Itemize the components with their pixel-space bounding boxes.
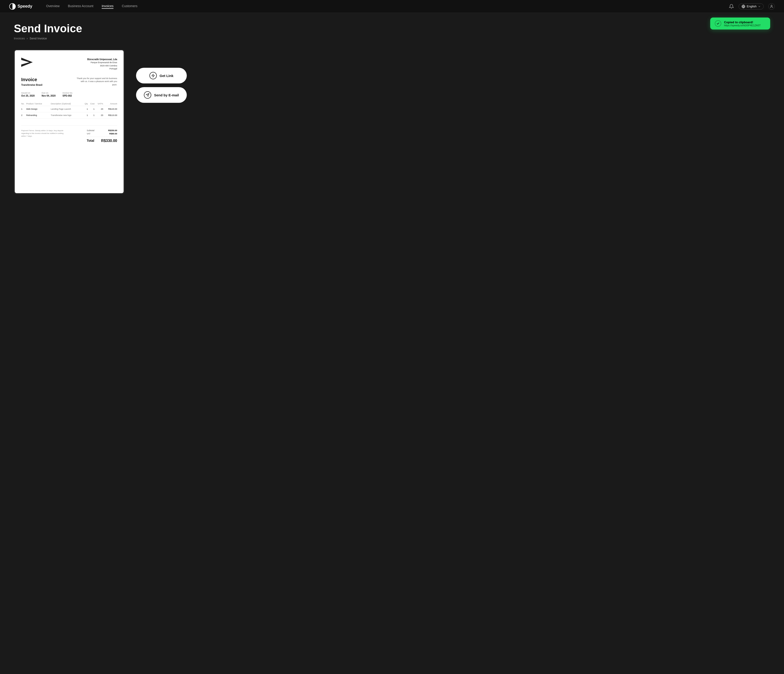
row-amount: R$110.00 bbox=[103, 112, 117, 118]
invoice-thank-you: Thank you for your support and do busine… bbox=[76, 77, 117, 87]
row-qty: 1 bbox=[83, 112, 88, 118]
invoice-title-block: Invoice Transferwise Brasil bbox=[21, 77, 42, 86]
company-name: Bürocratik Unipessoal, Lda bbox=[87, 57, 117, 61]
col-amount: Amount bbox=[103, 102, 117, 106]
col-qty: Qty bbox=[83, 102, 88, 106]
row-no: 1 bbox=[21, 106, 26, 112]
invoice-number: Invoice No. SPD-002 bbox=[62, 92, 73, 97]
invoice-logo bbox=[21, 57, 33, 67]
vat-row: VAT R$80.00 bbox=[87, 132, 117, 135]
invoice-no-label: Invoice No. bbox=[62, 92, 73, 94]
send-email-button[interactable]: Send by E-mail bbox=[136, 87, 187, 103]
app-name: Speedy bbox=[17, 4, 32, 9]
nav-invoices[interactable]: Invoices bbox=[102, 4, 114, 9]
total-value: R$330.00 bbox=[101, 139, 117, 143]
toast-notification: Copied to clipboard! https://speedy.io/h… bbox=[710, 17, 770, 30]
vat-label: VAT bbox=[87, 132, 90, 135]
company-country: Portugal bbox=[87, 67, 117, 70]
issued-date: Oct 25, 2020 bbox=[21, 95, 34, 97]
total-label: Total bbox=[87, 139, 94, 143]
lightning-icon bbox=[149, 72, 157, 79]
bell-icon[interactable] bbox=[729, 4, 734, 9]
col-vat: VAT% bbox=[95, 102, 103, 106]
nav-links: Overview Business Account Invoices Custo… bbox=[46, 4, 720, 9]
subtotal-label: Subtotal bbox=[87, 129, 94, 132]
row-vat: 23 bbox=[95, 112, 103, 118]
col-product: Product / Service bbox=[26, 102, 51, 106]
col-desc: Description (Optional) bbox=[51, 102, 83, 106]
page-title: Send Invoice bbox=[14, 22, 770, 35]
toast-title: Copied to clipboard! bbox=[724, 20, 761, 24]
send-email-label: Send by E-mail bbox=[154, 93, 179, 97]
invoice-table: No. Product / Service Description (Optio… bbox=[21, 102, 117, 118]
table-row: 1 Web Design Landing Page Launch 1 1 23 … bbox=[21, 106, 117, 112]
invoice-header: Bürocratik Unipessoal, Lda Parque Empres… bbox=[21, 57, 117, 70]
invoice-title-row: Invoice Transferwise Brasil Thank you fo… bbox=[21, 77, 117, 87]
subtotal-value: R$250.00 bbox=[108, 129, 117, 132]
svg-point-2 bbox=[771, 5, 772, 6]
toast-text: Copied to clipboard! https://speedy.io/h… bbox=[724, 20, 761, 27]
total-row: Total R$330.00 bbox=[87, 137, 117, 143]
row-desc: Landing Page Launch bbox=[51, 106, 83, 112]
company-address1: Parque Empresarial de Eiras bbox=[87, 61, 117, 64]
due-label: Due on bbox=[42, 92, 56, 94]
action-buttons: Get Link Send by E-mail bbox=[136, 49, 187, 103]
breadcrumb-current: Send Invoice bbox=[30, 37, 47, 40]
invoice-client: Transferwise Brasil bbox=[21, 84, 42, 86]
due-date: Nov 04, 2020 bbox=[42, 95, 56, 97]
main-layout: Bürocratik Unipessoal, Lda Parque Empres… bbox=[14, 49, 770, 194]
logo[interactable]: Speedy bbox=[9, 3, 32, 10]
company-address2: 3020-400 Coimbra bbox=[87, 64, 117, 68]
issued-on: Issued on Oct 25, 2020 bbox=[21, 92, 34, 97]
col-cost: Cost bbox=[88, 102, 95, 106]
vat-value: R$80.00 bbox=[109, 132, 117, 135]
user-icon[interactable] bbox=[768, 3, 775, 10]
invoice-dates: Issued on Oct 25, 2020 Due on Nov 04, 20… bbox=[21, 92, 117, 97]
invoice-paper: Bürocratik Unipessoal, Lda Parque Empres… bbox=[15, 50, 124, 193]
invoice-wrapper: Bürocratik Unipessoal, Lda Parque Empres… bbox=[14, 49, 124, 194]
row-amount: R$120.00 bbox=[103, 106, 117, 112]
breadcrumb-parent[interactable]: Invoices bbox=[14, 37, 25, 40]
invoice-totals: Subtotal R$250.00 VAT R$80.00 Total R$33… bbox=[87, 129, 117, 143]
nav-overview[interactable]: Overview bbox=[46, 4, 59, 9]
send-icon bbox=[144, 91, 151, 99]
nav-right: English bbox=[729, 3, 775, 10]
page-content: Copied to clipboard! https://speedy.io/h… bbox=[0, 13, 784, 203]
nav-business-account[interactable]: Business Account bbox=[68, 4, 93, 9]
row-product: Rebranding bbox=[26, 112, 51, 118]
table-row: 2 Rebranding Transferwise new logo 1 1 2… bbox=[21, 112, 117, 118]
due-on: Due on Nov 04, 2020 bbox=[42, 92, 56, 97]
breadcrumb: Invoices › Send Invoice bbox=[14, 37, 770, 40]
navbar: Speedy Overview Business Account Invoice… bbox=[0, 0, 784, 13]
row-qty: 1 bbox=[83, 106, 88, 112]
invoice-company: Bürocratik Unipessoal, Lda Parque Empres… bbox=[87, 57, 117, 70]
invoice-title: Invoice bbox=[21, 77, 42, 82]
col-no: No. bbox=[21, 102, 26, 106]
invoice-footer: Payment Terms: Strictly within 14 days. … bbox=[21, 126, 117, 143]
toast-check-icon bbox=[715, 20, 721, 27]
breadcrumb-separator: › bbox=[27, 37, 28, 40]
svg-marker-5 bbox=[152, 74, 154, 77]
subtotal-row: Subtotal R$250.00 bbox=[87, 129, 117, 132]
nav-customers[interactable]: Customers bbox=[122, 4, 137, 9]
get-link-label: Get Link bbox=[160, 74, 173, 78]
language-selector[interactable]: English bbox=[739, 3, 764, 9]
row-vat: 23 bbox=[95, 106, 103, 112]
toast-url: https://speedy.io/hEI0P4E1ZA5T bbox=[724, 24, 761, 27]
get-link-button[interactable]: Get Link bbox=[136, 68, 187, 84]
row-cost: 1 bbox=[88, 106, 95, 112]
row-product: Web Design bbox=[26, 106, 51, 112]
issued-label: Issued on bbox=[21, 92, 34, 94]
row-cost: 1 bbox=[88, 112, 95, 118]
logo-icon bbox=[9, 3, 16, 10]
language-label: English bbox=[747, 5, 756, 8]
invoice-terms: Payment Terms: Strictly within 14 days. … bbox=[21, 129, 67, 138]
invoice-no-value: SPD-002 bbox=[62, 95, 73, 97]
row-no: 2 bbox=[21, 112, 26, 118]
row-desc: Transferwise new logo bbox=[51, 112, 83, 118]
